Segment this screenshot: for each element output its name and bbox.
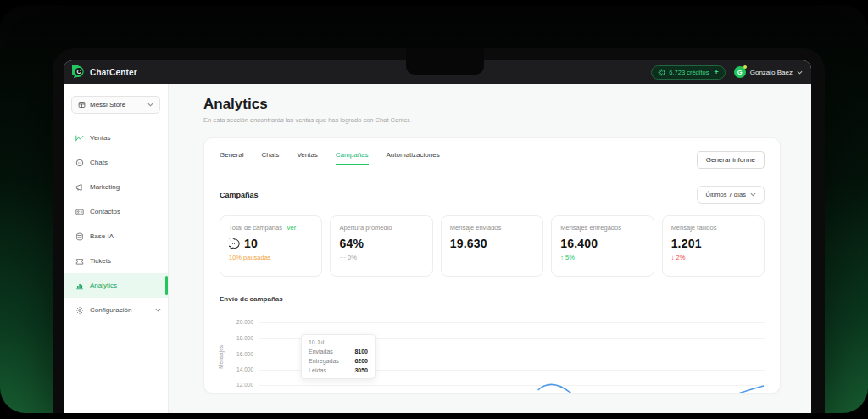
y-tick: 12.000 — [236, 382, 253, 388]
card-value: 1.201 — [671, 237, 702, 250]
laptop-frame: C ChatCenter 6.723 créditos + — [53, 48, 825, 419]
card-mensajes-entregados: Mensajes entregados 16.400 ↑ 5% — [551, 215, 654, 277]
header-right: 6.723 créditos + G Gonzalo Baez — [651, 65, 803, 80]
campaign-chat-icon — [229, 238, 240, 249]
chatcenter-logo-icon: C — [72, 65, 86, 79]
tooltip-value: 3050 — [354, 367, 368, 373]
avatar-initial: G — [737, 69, 743, 76]
bar-chart-icon — [75, 282, 84, 290]
card-apertura-promedio: Apertura promedio 64% ··· 0% — [330, 215, 432, 277]
trend-up-icon: ↑ — [560, 254, 564, 261]
card-sub: ··· 0% — [339, 254, 423, 261]
user-menu[interactable]: G Gonzalo Baez — [734, 66, 803, 78]
card-value: 19.630 — [450, 237, 487, 250]
ticket-icon — [75, 257, 84, 265]
analytics-panel: General Chats Ventas Campañas Automatiza… — [203, 137, 781, 394]
date-range-select[interactable]: Últimos 7 días — [697, 186, 765, 204]
tooltip-value: 6200 — [354, 358, 368, 364]
contacts-card-icon — [75, 208, 84, 216]
sidebar-item-configuracion[interactable]: Configuración — [64, 298, 168, 322]
tab-chats[interactable]: Chats — [261, 151, 279, 165]
add-credits-button[interactable]: + — [714, 68, 718, 76]
tooltip-value: 8100 — [354, 349, 368, 355]
ver-link[interactable]: Ver — [287, 224, 296, 232]
card-label: Mensaje fallidos — [671, 224, 717, 232]
sidebar-item-label: Ventas — [90, 134, 110, 142]
chat-bubble-icon — [75, 159, 84, 167]
sidebar-item-marketing[interactable]: Marketing — [64, 175, 168, 199]
credits-label: 6.723 créditos — [669, 69, 709, 76]
tooltip-label: Entregadas — [309, 358, 339, 364]
brand: C ChatCenter — [72, 65, 137, 79]
card-value: 64% — [339, 237, 364, 250]
tab-ventas[interactable]: Ventas — [297, 151, 317, 165]
tab-general[interactable]: General — [220, 151, 243, 165]
trend-down-icon: ↓ — [671, 254, 675, 261]
chart-title: Envío de campañas — [220, 295, 765, 303]
y-tick: 20.000 — [236, 319, 253, 325]
sidebar-item-ventas[interactable]: Ventas — [64, 126, 168, 150]
sidebar-item-label: Chats — [90, 159, 108, 166]
page-subtitle: En esta sección encontrarás las ventas q… — [203, 116, 811, 124]
gear-icon — [75, 306, 84, 315]
sidebar-nav: Ventas Chats — [64, 126, 168, 322]
tab-automatizaciones[interactable]: Automatizaciones — [387, 151, 440, 165]
chart-section: Envío de campañas Mensajes 20.000 18.000… — [220, 295, 765, 393]
sidebar-item-chats[interactable]: Chats — [64, 150, 168, 175]
stat-cards: Total de campañas Ver — [220, 215, 765, 277]
app-screen: C ChatCenter 6.723 créditos + — [64, 60, 811, 419]
y-tick: 14.000 — [236, 366, 253, 372]
database-icon — [75, 232, 84, 241]
tabs: General Chats Ventas Campañas Automatiza… — [220, 151, 440, 165]
sidebar-item-analytics[interactable]: Analytics — [64, 273, 168, 298]
chevron-down-icon — [147, 103, 153, 107]
y-axis-ticks: 20.000 18.000 16.000 14.000 12.000 — [233, 315, 253, 393]
card-value: 16.400 — [560, 237, 598, 250]
app-body: Messi Store Ventas — [64, 84, 811, 419]
campaign-chart: Mensajes 20.000 18.000 16.000 14.000 12.… — [220, 315, 765, 393]
card-total-campanas: Total de campañas Ver — [220, 215, 322, 277]
chevron-down-icon — [750, 193, 756, 197]
sidebar-item-contactos[interactable]: Contactos — [64, 199, 168, 224]
chevron-down-icon — [155, 308, 161, 312]
svg-text:C: C — [76, 69, 81, 75]
sidebar-item-label: Marketing — [90, 183, 120, 191]
sidebar-item-label: Tickets — [90, 257, 111, 265]
sidebar-item-label: Configuración — [90, 306, 131, 314]
tooltip-label: Enviadas — [309, 349, 333, 355]
card-label: Mensaje enviados — [450, 224, 501, 232]
tooltip-label: Leídas — [309, 367, 326, 373]
card-label: Apertura promedio — [339, 224, 392, 232]
store-selector[interactable]: Messi Store — [71, 96, 160, 114]
credits-pill[interactable]: 6.723 créditos + — [651, 65, 725, 80]
card-value: 10 — [244, 237, 258, 250]
tooltip-date: 10 Jul — [309, 339, 368, 345]
sidebar-item-base-ia[interactable]: Base IA — [64, 224, 168, 249]
card-sub: 2% — [676, 254, 685, 261]
tab-campanas[interactable]: Campañas — [336, 151, 369, 165]
section-row: Campañas Últimos 7 días — [220, 186, 765, 204]
generate-report-button[interactable]: Generar informe — [697, 151, 765, 169]
main-content: Analytics En esta sección encontrarás la… — [169, 84, 811, 419]
chevron-down-icon — [797, 70, 803, 75]
plot-area: 10 Jul Enviadas 8100 Entregadas 6200 — [259, 315, 765, 393]
y-axis-label: Mensajes — [218, 345, 224, 369]
store-name: Messi Store — [90, 101, 125, 109]
card-mensajes-enviados: Mensaje enviados 19.630 — [441, 215, 543, 277]
user-name: Gonzalo Baez — [750, 69, 793, 76]
brand-name: ChatCenter — [90, 68, 137, 77]
camera-notch — [406, 48, 484, 75]
sidebar-item-label: Analytics — [90, 282, 117, 289]
sidebar: Messi Store Ventas — [64, 84, 169, 419]
card-sub: 5% — [565, 254, 575, 261]
store-icon — [78, 101, 86, 109]
chart-tooltip: 10 Jul Enviadas 8100 Entregadas 6200 — [301, 334, 376, 379]
date-range-value: Últimos 7 días — [705, 191, 746, 198]
sidebar-item-label: Contactos — [90, 208, 120, 215]
sidebar-item-tickets[interactable]: Tickets — [64, 249, 168, 273]
card-sub: 10% pausadas — [229, 254, 313, 261]
page-title: Analytics — [203, 96, 811, 113]
status-dot — [743, 65, 747, 69]
sidebar-item-label: Base IA — [90, 232, 114, 240]
avatar: G — [734, 66, 746, 78]
